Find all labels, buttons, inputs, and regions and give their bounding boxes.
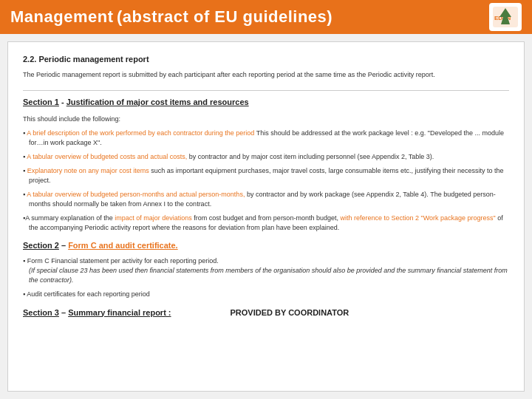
section1-title: Justification of major cost items and re… xyxy=(66,98,249,106)
section3-heading: Section 3 – Summary financial report : xyxy=(23,307,171,319)
section2-italic: (If special clause 23 has been used then… xyxy=(29,267,508,284)
bullet-3: ▪ Explanatory note on any major cost ite… xyxy=(23,166,509,185)
section3-label: Section 3 xyxy=(23,308,59,317)
logo: EDEN xyxy=(489,3,522,31)
page-title: Management (abstract of EU guidelines) xyxy=(10,7,332,27)
intro-paragraph: The Periodic management report is submit… xyxy=(23,70,509,80)
section2-block: Section 2 – Form C and audit certificate… xyxy=(23,240,509,299)
section1-label: Section 1 xyxy=(23,98,59,106)
divider-1 xyxy=(23,90,509,91)
bullet5-orange1: impact of major deviations xyxy=(115,214,192,222)
section2-dash: – xyxy=(59,241,68,250)
bullet1-orange: A brief description of the work performe… xyxy=(27,129,254,137)
section1-heading-line: Section 1 - Justification of major cost … xyxy=(23,97,509,109)
title-text: Management xyxy=(10,7,113,26)
bullet3-orange: Explanatory note on any major cost items xyxy=(27,167,149,174)
section2-bullet-1: ▪ Form C Financial statement per activit… xyxy=(23,256,509,285)
section2-title: Form C and audit certificate. xyxy=(68,241,178,250)
section3-line: Section 3 – Summary financial report : P… xyxy=(23,307,509,319)
bullet2-orange: A tabular overview of budgeted costs and… xyxy=(27,153,187,160)
bullet-4: ▪ A tabular overview of budgeted person-… xyxy=(23,190,509,209)
eden-logo-icon: EDEN xyxy=(491,5,519,29)
section3-provided: PROVIDED BY COORDINATOR xyxy=(231,307,349,319)
section1-intro: This should include the following: xyxy=(23,115,509,124)
bullet-2: ▪ A tabular overview of budgeted costs a… xyxy=(23,152,509,162)
periodic-report-title: 2.2. Periodic management report xyxy=(23,54,509,66)
section2-bullet-2: ▪ Audit certificates for each reporting … xyxy=(23,290,509,299)
section1-dash: - xyxy=(59,98,66,106)
bullet-1: ▪ A brief description of the work perfor… xyxy=(23,129,509,148)
section3-dash: – xyxy=(59,308,68,317)
subtitle-text: (abstract of EU guidelines) xyxy=(117,7,332,26)
header: Management (abstract of EU guidelines) E… xyxy=(0,0,532,34)
section2-heading-line: Section 2 – Form C and audit certificate… xyxy=(23,240,509,252)
bullet-5: ▪A summary explanation of the impact of … xyxy=(23,214,509,233)
bullet5-orange2: with reference to Section 2 "Work packag… xyxy=(340,214,495,222)
section2-label: Section 2 xyxy=(23,241,59,250)
content-area[interactable]: 2.2. Periodic management report The Peri… xyxy=(7,41,525,392)
bullet4-orange: A tabular overview of budgeted person-mo… xyxy=(27,191,245,198)
section3-title: Summary financial report : xyxy=(68,308,171,317)
